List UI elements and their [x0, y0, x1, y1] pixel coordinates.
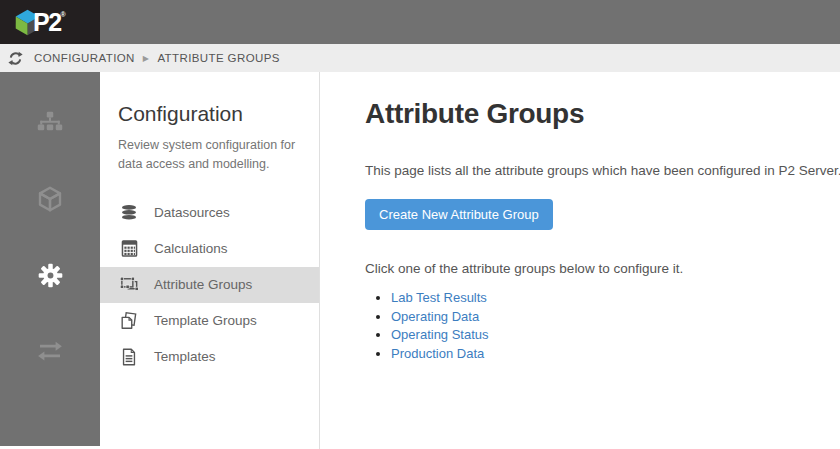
list-item: Operating Status: [391, 326, 840, 345]
registered-mark: ®: [61, 11, 66, 18]
template-icon: [118, 346, 140, 368]
sidebar-item-assets[interactable]: [35, 184, 65, 214]
configuration-menu: Datasources Calculations: [100, 195, 319, 375]
gear-icon: [37, 262, 64, 289]
menu-item-datasources[interactable]: Datasources: [100, 195, 319, 231]
menu-item-template-groups[interactable]: Template Groups: [100, 303, 319, 339]
top-bar: P2®: [0, 0, 840, 44]
swap-arrows-icon: [35, 336, 65, 366]
list-item: Lab Test Results: [391, 289, 840, 308]
breadcrumb-item-attribute-groups[interactable]: ATTRIBUTE GROUPS: [157, 52, 279, 64]
list-item: Operating Data: [391, 308, 840, 327]
main-content: Attribute Groups This page lists all the…: [321, 72, 840, 449]
menu-item-label: Templates: [154, 349, 216, 364]
calculator-grid-icon: [118, 238, 140, 260]
logo-text: P2®: [33, 10, 66, 35]
logo-block[interactable]: P2®: [0, 0, 100, 44]
menu-item-templates[interactable]: Templates: [100, 339, 319, 375]
attribute-group-link-production-data[interactable]: Production Data: [391, 346, 484, 361]
create-new-attribute-group-button[interactable]: Create New Attribute Group: [365, 199, 553, 230]
menu-item-label: Template Groups: [154, 313, 257, 328]
icon-sidebar: [0, 72, 100, 446]
menu-item-label: Calculations: [154, 241, 228, 256]
configuration-panel: Configuration Review system configuratio…: [100, 72, 320, 449]
sidebar-item-hierarchy[interactable]: [35, 108, 65, 138]
refresh-icon[interactable]: [8, 51, 23, 66]
breadcrumb-item-configuration[interactable]: CONFIGURATION: [34, 52, 135, 64]
template-groups-icon: [118, 310, 140, 332]
intro-text: This page lists all the attribute groups…: [365, 163, 840, 178]
menu-item-label: Attribute Groups: [154, 277, 252, 292]
instruction-text: Click one of the attribute groups below …: [365, 261, 840, 276]
menu-item-calculations[interactable]: Calculations: [100, 231, 319, 267]
attribute-group-icon: [118, 274, 140, 296]
panel-description: Review system configuration for data acc…: [118, 136, 304, 175]
breadcrumb: CONFIGURATION ▶ ATTRIBUTE GROUPS: [0, 44, 840, 72]
breadcrumb-separator-icon: ▶: [143, 54, 150, 63]
page-title: Attribute Groups: [365, 98, 840, 130]
attribute-group-link-operating-data[interactable]: Operating Data: [391, 309, 479, 324]
cube-icon: [35, 184, 65, 214]
database-icon: [118, 202, 140, 224]
attribute-group-link-lab-test-results[interactable]: Lab Test Results: [391, 290, 487, 305]
menu-item-attribute-groups[interactable]: Attribute Groups: [100, 267, 319, 303]
list-item: Production Data: [391, 345, 840, 364]
hierarchy-icon: [35, 108, 65, 138]
attribute-group-list: Lab Test Results Operating Data Operatin…: [391, 289, 840, 363]
sidebar-item-transfers[interactable]: [35, 336, 65, 366]
menu-item-label: Datasources: [154, 205, 230, 220]
sidebar-item-configuration[interactable]: [35, 260, 65, 290]
panel-title: Configuration: [118, 102, 301, 126]
attribute-group-link-operating-status[interactable]: Operating Status: [391, 327, 489, 342]
